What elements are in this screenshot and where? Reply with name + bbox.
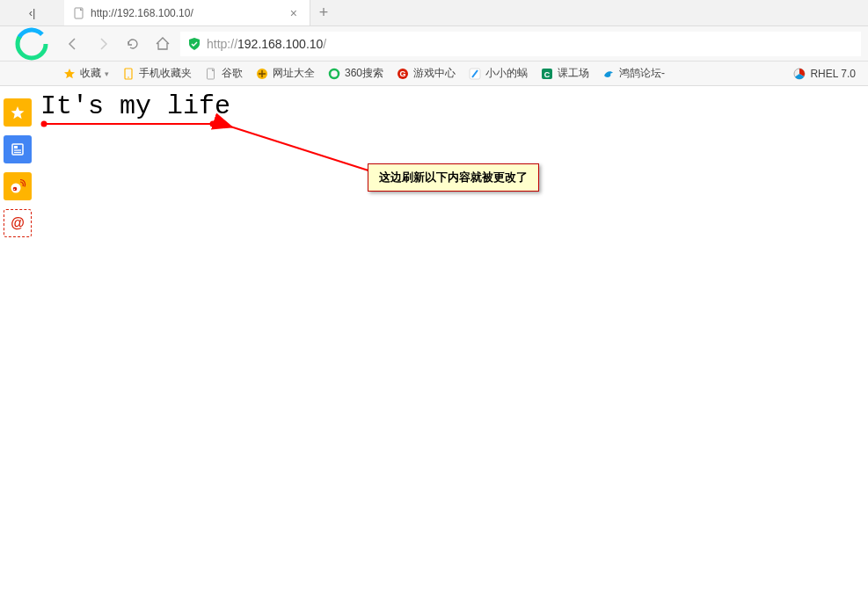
page-icon <box>73 7 85 19</box>
slash-icon <box>468 67 482 81</box>
address-text: http://192.168.100.10/ <box>207 37 326 51</box>
pie-icon <box>792 67 806 81</box>
svg-rect-15 <box>14 146 18 148</box>
svg-point-23 <box>210 121 216 127</box>
svg-text:G: G <box>400 69 406 78</box>
reload-button[interactable] <box>120 32 145 56</box>
bookmark-item[interactable]: 鸿鹄论坛- <box>596 63 670 83</box>
tab-bar: ‹| http://192.168.100.10/ × + <box>0 0 868 26</box>
mobile-icon <box>121 67 135 81</box>
tab-strip-leading-button[interactable]: ‹| <box>0 0 64 25</box>
bookmark-item[interactable]: C 课工场 <box>535 63 594 83</box>
rail-weibo-button[interactable] <box>4 172 32 200</box>
bookmark-label: 鸿鹄论坛- <box>619 66 665 81</box>
rail-news-button[interactable] <box>4 135 32 163</box>
bookmark-label: 360搜索 <box>345 66 383 81</box>
svg-point-7 <box>330 69 339 78</box>
svg-text:C: C <box>544 69 551 78</box>
svg-point-22 <box>41 121 47 127</box>
bookmark-label: 游戏中心 <box>413 66 456 81</box>
bookmark-item[interactable]: 360搜索 <box>322 63 389 83</box>
url-path: / <box>323 37 326 51</box>
bird-icon <box>602 67 616 81</box>
new-tab-button[interactable]: + <box>310 0 337 25</box>
bookmark-item[interactable]: 网址大全 <box>250 63 320 83</box>
g-circle-icon: G <box>396 67 410 81</box>
bookmark-item[interactable]: RHEL 7.0 <box>787 64 861 83</box>
home-button[interactable] <box>150 32 175 56</box>
back-button[interactable] <box>61 32 85 56</box>
svg-point-20 <box>14 189 16 191</box>
bookmark-label: 小小的蜗 <box>485 66 528 81</box>
o-ring-icon <box>327 67 341 81</box>
security-shield-icon <box>187 37 201 51</box>
address-bar[interactable]: http://192.168.100.10/ <box>180 32 861 56</box>
svg-point-19 <box>13 187 18 192</box>
left-sidebar: @ <box>0 86 35 594</box>
chevron-down-icon: ▾ <box>105 69 109 78</box>
bookmark-label: RHEL 7.0 <box>810 68 856 80</box>
bookmark-label: 谷歌 <box>222 66 243 81</box>
page-icon <box>204 67 218 81</box>
rail-mail-button[interactable]: @ <box>4 209 32 237</box>
browser-logo[interactable] <box>7 26 55 62</box>
favorites-button[interactable]: 收藏 ▾ <box>57 63 114 83</box>
svg-point-4 <box>128 76 129 78</box>
bookmark-label: 课工场 <box>558 66 589 81</box>
url-scheme: http:// <box>207 37 237 51</box>
at-icon: @ <box>11 215 25 231</box>
bookmark-item[interactable]: G 游戏中心 <box>390 63 461 83</box>
content-wrap: @ It's my life 这边刷新以下内容就被更改了 <box>0 86 868 594</box>
page-heading: It's my life <box>35 86 868 121</box>
rail-favorites-button[interactable] <box>4 98 32 127</box>
bookmark-item[interactable]: 手机收藏夹 <box>116 63 197 83</box>
page-viewport: It's my life 这边刷新以下内容就被更改了 <box>35 86 868 594</box>
browser-tab[interactable]: http://192.168.100.10/ × <box>64 0 310 25</box>
annotation-callout: 这边刷新以下内容就被更改了 <box>368 163 539 192</box>
globe-plus-icon <box>255 67 269 81</box>
annotation-overlay <box>35 86 868 594</box>
tab-title: http://192.168.100.10/ <box>91 7 281 19</box>
url-host: 192.168.100.10 <box>237 37 323 51</box>
bookmark-item[interactable]: 小小的蜗 <box>463 63 533 83</box>
star-icon <box>62 67 77 81</box>
bookmark-item[interactable]: 谷歌 <box>199 63 248 83</box>
c-square-icon: C <box>540 67 554 81</box>
bookmarks-bar: 收藏 ▾ 手机收藏夹 谷歌 网址大全 360搜索 G 游戏中心 <box>0 62 868 86</box>
bookmark-label: 网址大全 <box>273 66 315 81</box>
svg-point-2 <box>15 27 48 61</box>
tab-close-button[interactable]: × <box>287 6 301 20</box>
bookmark-label: 手机收藏夹 <box>139 66 192 81</box>
favorites-label: 收藏 <box>80 66 101 81</box>
svg-line-24 <box>230 127 371 171</box>
toolbar: http://192.168.100.10/ <box>0 26 868 62</box>
svg-rect-14 <box>12 144 23 155</box>
forward-button[interactable] <box>91 32 115 56</box>
